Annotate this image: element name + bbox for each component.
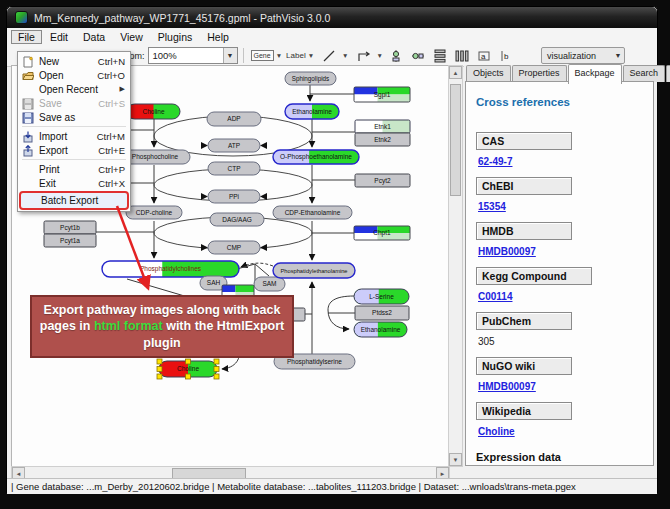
node-choline-selected[interactable]: Choline xyxy=(157,359,219,379)
export-icon xyxy=(22,145,36,156)
selection-handle[interactable] xyxy=(214,367,219,372)
selection-handle[interactable] xyxy=(214,374,219,379)
menu-bar: FileEditDataViewPluginsHelp xyxy=(7,28,657,46)
node-label: Choline xyxy=(177,365,199,372)
menu-edit[interactable]: Edit xyxy=(43,30,75,44)
node-etnk2[interactable]: Etnk2 xyxy=(355,133,410,146)
elbow-connector-icon xyxy=(357,49,371,63)
node-cmp[interactable]: CMP xyxy=(208,241,260,254)
chevron-down-icon[interactable]: ▼ xyxy=(612,52,624,59)
canvas-vertical-scrollbar[interactable]: ▲ ▼ xyxy=(448,65,463,467)
tab-backpage[interactable]: Backpage xyxy=(568,64,622,84)
chevron-down-icon[interactable]: ▼ xyxy=(342,52,348,59)
node-sam[interactable]: SAM xyxy=(254,277,285,291)
node-label: Ptdss2 xyxy=(372,309,392,316)
node-ethanolamine-top[interactable]: Ethanolamine xyxy=(285,104,339,119)
scroll-up-icon[interactable]: ▲ xyxy=(449,66,462,79)
menu-item-open-recent[interactable]: Open Recent▶ xyxy=(19,82,129,96)
crossref-link[interactable]: Choline xyxy=(478,426,653,437)
node-label: CMP xyxy=(227,244,241,251)
crossref-link[interactable]: HMDB00097 xyxy=(478,381,653,392)
node-pcyt1b[interactable]: Pcyt1b xyxy=(44,221,96,234)
window-title: Mm_Kennedy_pathway_WP1771_45176.gpml - P… xyxy=(34,12,330,24)
menu-item-new[interactable]: NewCtrl+N xyxy=(19,54,129,68)
crossref-section-chebi: ChEBI15354 xyxy=(476,177,653,212)
menu-item-exit[interactable]: ExitCtrl+X xyxy=(19,176,129,190)
selection-handle[interactable] xyxy=(157,367,162,372)
menu-item-label: Open xyxy=(39,70,63,81)
tab-search[interactable]: Search xyxy=(623,65,666,82)
node-pcyt1a[interactable]: Pcyt1a xyxy=(44,234,96,247)
gene-node-icon: Gene xyxy=(251,50,274,61)
node-pcyt2[interactable]: Pcyt2 xyxy=(355,174,410,187)
menu-file[interactable]: File xyxy=(11,30,42,44)
node-atp[interactable]: ATP xyxy=(208,139,260,152)
callout: Export pathway images along with back pa… xyxy=(30,295,294,358)
menu-item-save[interactable]: SaveCtrl+S xyxy=(19,96,129,110)
node-phosphatidylcholines[interactable]: Phosphatidylcholines xyxy=(102,261,239,277)
node-cdp-ethanolamine[interactable]: CDP-Ethanolamine xyxy=(273,206,352,219)
arrowhead-icon xyxy=(260,193,267,200)
node-label: SAM xyxy=(262,280,276,287)
chevron-down-icon[interactable]: ▼ xyxy=(223,48,237,63)
crossref-link[interactable]: C00114 xyxy=(478,291,653,302)
crossref-link[interactable]: 62-49-7 xyxy=(478,156,653,167)
menu-item-save-as[interactable]: Save as xyxy=(19,110,129,124)
vertical-scroll-thumb[interactable] xyxy=(450,84,461,196)
menu-plugins[interactable]: Plugins xyxy=(151,30,199,44)
align-middle-icon[interactable] xyxy=(411,49,425,63)
node-ctp[interactable]: CTP xyxy=(208,162,260,175)
visualization-combobox[interactable]: visualization ▼ xyxy=(541,47,625,64)
selection-handle[interactable] xyxy=(214,359,219,364)
node-ethanolamine-bottom[interactable]: Ethanolamine xyxy=(354,322,407,337)
scroll-down-icon[interactable]: ▼ xyxy=(449,453,462,466)
align-center-icon[interactable] xyxy=(389,49,403,63)
tab-legend[interactable]: Legend xyxy=(666,65,670,82)
add-datanode-button[interactable]: Gene ▼ xyxy=(251,48,283,64)
chevron-down-icon[interactable]: ▼ xyxy=(308,52,314,59)
chevron-down-icon[interactable]: ▼ xyxy=(276,52,282,59)
node-o-phosphoethanolamine[interactable]: O-Phosphoethanolamine xyxy=(273,150,359,164)
node-choline-top[interactable]: Choline xyxy=(127,104,180,119)
menu-data[interactable]: Data xyxy=(76,30,112,44)
menu-item-open[interactable]: OpenCtrl+O xyxy=(19,68,129,82)
connector-tool-button[interactable]: ▼ xyxy=(353,48,383,64)
node-ppi[interactable]: PPi xyxy=(208,190,260,203)
node-l-serine[interactable]: L-Serine xyxy=(354,289,409,304)
node-phosphatidylethanolamine[interactable]: Phosphatidylethanolamine xyxy=(273,263,355,278)
node-adp[interactable]: ADP xyxy=(207,112,261,126)
selection-handle[interactable] xyxy=(157,374,162,379)
tab-objects[interactable]: Objects xyxy=(466,65,511,82)
node-sgpl1[interactable]: Sgpl1 xyxy=(354,87,410,102)
crossref-link[interactable]: HMDB00097 xyxy=(478,246,653,257)
add-label-button[interactable]: Label ▼ xyxy=(286,48,314,64)
title-bar[interactable]: Mm_Kennedy_pathway_WP1771_45176.gpml - P… xyxy=(7,7,657,28)
node-chpt1[interactable]: Chpt1 xyxy=(354,226,410,240)
node-etnk1[interactable]: Etnk1 xyxy=(355,120,410,133)
zoom-combobox[interactable]: 100% ▼ xyxy=(148,47,238,64)
chevron-down-icon[interactable]: ▼ xyxy=(377,52,383,59)
menu-item-label: Export xyxy=(39,145,68,156)
pathway-edge xyxy=(328,296,354,310)
node-dag-aag[interactable]: DAG/AAG xyxy=(210,213,264,226)
line-tool-button[interactable]: ▼ xyxy=(318,48,348,64)
distribute-horizontal-icon[interactable] xyxy=(455,49,469,63)
crossref-link[interactable]: 15354 xyxy=(478,201,653,212)
menu-item-export[interactable]: ExportCtrl+E xyxy=(19,143,129,157)
no-icon xyxy=(22,178,36,189)
common-height-icon[interactable]: b xyxy=(499,49,513,63)
tab-properties[interactable]: Properties xyxy=(512,65,567,82)
node-ptdss2[interactable]: Ptdss2 xyxy=(355,306,409,320)
node-cdp-choline[interactable]: CDP-choline xyxy=(126,206,182,219)
common-width-icon[interactable]: a xyxy=(477,49,491,63)
menu-item-import[interactable]: ImportCtrl+M xyxy=(19,129,129,143)
node-sphingolipids[interactable]: Sphingolipids xyxy=(285,72,336,85)
selection-handle[interactable] xyxy=(186,359,191,364)
menu-view[interactable]: View xyxy=(113,30,150,44)
menu-help[interactable]: Help xyxy=(200,30,236,44)
selection-handle[interactable] xyxy=(157,359,162,364)
distribute-vertical-icon[interactable] xyxy=(433,49,447,63)
selection-handle[interactable] xyxy=(186,374,191,379)
menu-item-batch-export[interactable]: Batch Export xyxy=(21,193,127,208)
menu-item-print[interactable]: PrintCtrl+P xyxy=(19,162,129,176)
